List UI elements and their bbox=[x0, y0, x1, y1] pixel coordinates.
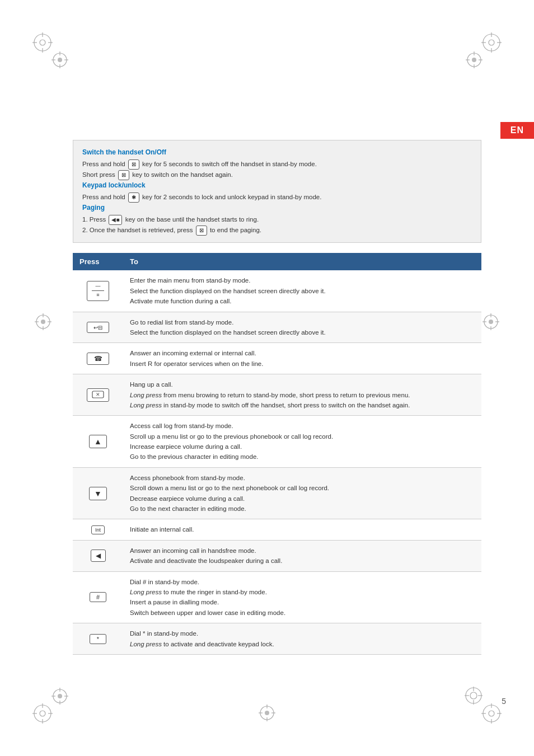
description-cell: Dial # in stand-by mode.Long press to mu… bbox=[123, 571, 481, 623]
description-cell: Access call log from stand-by mode.Scrol… bbox=[123, 416, 481, 468]
table-row: ☎ Answer an incoming external or interna… bbox=[73, 343, 481, 374]
svg-text:✕: ✕ bbox=[96, 392, 100, 397]
corner-tl-inner bbox=[51, 51, 68, 68]
corner-br-inner bbox=[465, 687, 483, 705]
description-cell: Enter the main menu from stand-by mode.S… bbox=[123, 270, 481, 312]
description-cell: Answer an incoming call in handsfree mod… bbox=[123, 540, 481, 571]
switch-line2: Short press ⊠ key to switch on the hands… bbox=[82, 170, 472, 180]
key-cell: — ≡ bbox=[73, 270, 123, 312]
info-box: Switch the handset On/Off Press and hold… bbox=[73, 140, 481, 243]
svg-point-43 bbox=[58, 694, 62, 698]
table-row: ▲ Access call log from stand-by mode.Scr… bbox=[73, 416, 481, 468]
table-header: Press To bbox=[73, 253, 481, 270]
description-cell: Access phonebook from stand-by mode.Scro… bbox=[123, 467, 481, 519]
key-cell: * bbox=[73, 623, 123, 655]
table-row: ✕ Hang up a call.Long press from menu br… bbox=[73, 374, 481, 416]
table-row: ◀ Answer an incoming call in handsfree m… bbox=[73, 540, 481, 571]
corner-tr-outer bbox=[481, 32, 502, 53]
key-cell: ↩⊟ bbox=[73, 312, 123, 343]
keypad-line1: Press and hold ✱ key for 2 seconds to lo… bbox=[82, 192, 472, 203]
corner-tl-outer bbox=[32, 32, 53, 53]
description-cell: Answer an incoming external or internal … bbox=[123, 343, 481, 374]
corner-tr-inner bbox=[466, 51, 483, 68]
svg-point-49 bbox=[489, 711, 494, 716]
corner-right-mid bbox=[483, 313, 499, 330]
star-key-icon: ✱ bbox=[128, 192, 139, 203]
main-content: Switch the handset On/Off Press and hold… bbox=[73, 140, 481, 655]
table-row: ↩⊟ Go to redial list from stand-by mode.… bbox=[73, 312, 481, 343]
end-key-icon3: ⊠ bbox=[196, 226, 207, 236]
svg-point-31 bbox=[489, 320, 493, 324]
end-key-icon: ⊠ bbox=[128, 159, 139, 170]
svg-point-19 bbox=[472, 58, 476, 62]
key-cell: ✕ bbox=[73, 374, 123, 416]
table-row: IntInitiate an internal call. bbox=[73, 519, 481, 540]
description-cell: Initiate an internal call. bbox=[123, 519, 481, 540]
corner-bottom-mid bbox=[259, 705, 275, 721]
description-cell: Hang up a call.Long press from menu brow… bbox=[123, 374, 481, 416]
paging-key-icon: ◀■ bbox=[109, 215, 122, 225]
paging-line2: 2. Once the handset is retrieved, press … bbox=[82, 225, 472, 236]
svg-point-1 bbox=[40, 40, 45, 45]
svg-point-13 bbox=[489, 40, 494, 45]
paging-title: Paging bbox=[82, 203, 472, 213]
page-number: 5 bbox=[502, 697, 506, 706]
key-cell: # bbox=[73, 571, 123, 623]
keypad-title: Keypad lock/unlock bbox=[82, 180, 472, 191]
paging-section: Paging 1. Press ◀■ key on the base until… bbox=[82, 203, 472, 236]
press-table: Press To — ≡ Enter the main menu from st… bbox=[73, 253, 481, 655]
keypad-section: Keypad lock/unlock Press and hold ✱ key … bbox=[82, 180, 472, 203]
table-row: *Dial * in stand-by mode.Long press to a… bbox=[73, 623, 481, 655]
switch-line1: Press and hold ⊠ key for 5 seconds to sw… bbox=[82, 159, 472, 170]
description-cell: Dial * in stand-by mode.Long press to ac… bbox=[123, 623, 481, 655]
key-cell: Int bbox=[73, 519, 123, 540]
table-row: — ≡ Enter the main menu from stand-by mo… bbox=[73, 270, 481, 312]
col-to: To bbox=[123, 253, 481, 270]
description-cell: Go to redial list from stand-by mode.Sel… bbox=[123, 312, 481, 343]
corner-bl-outer bbox=[32, 703, 53, 724]
key-cell: ▲ bbox=[73, 416, 123, 468]
key-cell: ◀ bbox=[73, 540, 123, 571]
svg-point-25 bbox=[41, 320, 45, 324]
corner-br-outer bbox=[481, 703, 502, 724]
end-key-icon2: ⊠ bbox=[118, 170, 129, 180]
corner-left-mid bbox=[35, 313, 51, 330]
paging-line1: 1. Press ◀■ key on the base until the ha… bbox=[82, 214, 472, 225]
svg-point-37 bbox=[40, 711, 45, 716]
badge-label: EN bbox=[510, 125, 524, 135]
key-cell: ☎ bbox=[73, 343, 123, 374]
switch-title: Switch the handset On/Off bbox=[82, 147, 472, 158]
language-badge: EN bbox=[500, 122, 534, 139]
svg-point-7 bbox=[58, 58, 62, 62]
col-press: Press bbox=[73, 253, 123, 270]
corner-bl-inner bbox=[51, 688, 68, 705]
switch-section: Switch the handset On/Off Press and hold… bbox=[82, 147, 472, 180]
table-row: ▼ Access phonebook from stand-by mode.Sc… bbox=[73, 467, 481, 519]
table-row: #Dial # in stand-by mode.Long press to m… bbox=[73, 571, 481, 623]
svg-point-61 bbox=[265, 711, 269, 715]
key-cell: ▼ bbox=[73, 467, 123, 519]
svg-point-55 bbox=[470, 692, 477, 699]
